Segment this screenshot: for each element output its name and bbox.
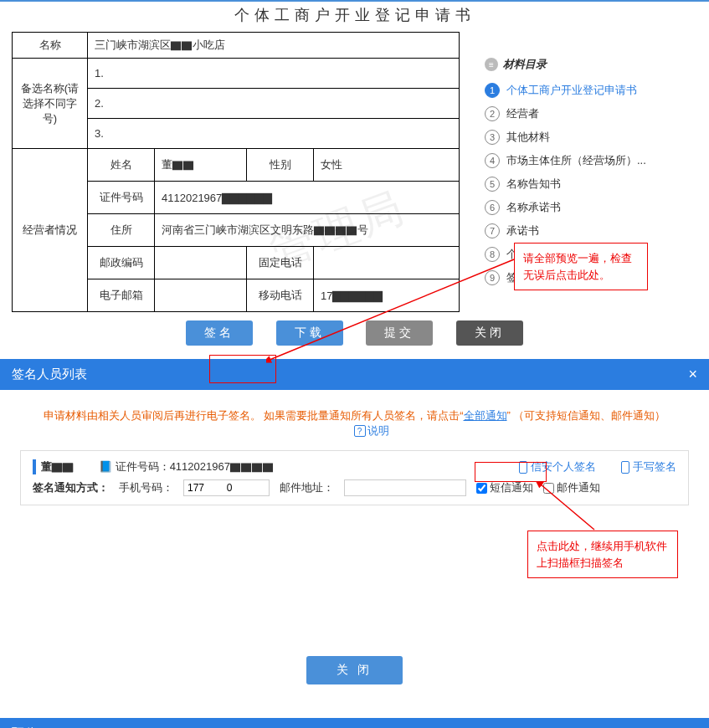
signer-id: 📘 证件号码：4112021967▇▇▇▇ — [99, 459, 274, 474]
toc-title-text: 材料目录 — [503, 57, 547, 72]
toc-item[interactable]: 1个体工商户开业登记申请书 — [485, 79, 652, 102]
toc-num-badge: 5 — [485, 177, 500, 192]
field-name-value: 三门峡市湖滨区▇▇小吃店 — [88, 33, 460, 59]
toc-num-badge: 4 — [485, 153, 500, 168]
val-mobile: 17▇▇▇▇▇▇ — [314, 279, 460, 312]
close-preview-icon[interactable]: × — [688, 725, 697, 728]
toc-num-badge: 9 — [485, 270, 500, 285]
fld-mobile: 移动电话 — [247, 279, 314, 312]
fld-addr: 住所 — [88, 214, 155, 247]
alt-name-2: 2. — [88, 89, 460, 119]
toc-num-badge: 8 — [485, 247, 500, 262]
fld-gender: 性别 — [247, 149, 314, 182]
toc-item[interactable]: 7承诺书 — [485, 219, 652, 243]
sign-list-header: 签名人员列表 × — [0, 359, 709, 390]
toc-item[interactable]: 6名称承诺书 — [485, 196, 652, 219]
toc-num-badge: 7 — [485, 223, 500, 238]
alt-name-1: 1. — [88, 59, 460, 89]
fld-zip: 邮政编码 — [88, 247, 155, 279]
close-panel-button[interactable]: 关 闭 — [306, 656, 403, 684]
fld-email: 电子邮箱 — [88, 279, 155, 312]
toc-item-label: 个体工商户开业登记申请书 — [506, 83, 637, 98]
sign-button[interactable]: 签名 — [186, 320, 253, 346]
phone-icon — [519, 461, 527, 474]
callout-preview-hint: 请全部预览一遍，检查无误后点击此处。 — [514, 243, 648, 290]
phone-label: 手机号码： — [119, 480, 173, 495]
val-addr: 河南省三门峡市湖滨区文明东路▇▇▇▇号 — [155, 214, 460, 247]
page-title: 个体工商户开业登记申请书 — [0, 0, 709, 32]
toc-item-label: 经营者 — [506, 106, 539, 121]
phone-icon — [621, 461, 629, 474]
toc-num-badge: 2 — [485, 106, 500, 121]
toc-item[interactable]: 4市场主体住所（经营场所）... — [485, 149, 652, 172]
help-link[interactable]: ?说明 — [354, 424, 389, 437]
sign-hint-text: 申请材料由相关人员审阅后再进行电子签名。 如果需要批量通知所有人员签名，请点击“… — [20, 408, 689, 438]
mail-notify-checkbox[interactable]: 邮件通知 — [543, 480, 600, 495]
field-altname-label: 备选名称(请选择不同字号) — [13, 59, 88, 149]
field-name-label: 名称 — [13, 33, 88, 59]
sign-list-title: 签名人员列表 — [12, 367, 87, 382]
toc-item[interactable]: 2经营者 — [485, 102, 652, 126]
submit-button[interactable]: 提交 — [366, 320, 433, 346]
preview-header: 预览 × — [0, 718, 709, 728]
fld-id: 证件号码 — [88, 182, 155, 214]
notify-method-label: 签名通知方式： — [33, 480, 109, 495]
signer-name: 董▇▇ — [33, 459, 74, 474]
operator-section-label: 经营者情况 — [13, 149, 88, 312]
toc-item-label: 其他材料 — [506, 130, 550, 145]
callout-scan-hint: 点击此处，继续用手机软件上扫描框扫描签名 — [527, 531, 678, 578]
toc-item[interactable]: 5名称告知书 — [485, 172, 652, 196]
fld-name: 姓名 — [88, 149, 155, 182]
email-input[interactable] — [344, 479, 466, 496]
toc-num-badge: 1 — [485, 83, 500, 98]
xinan-sign-link[interactable]: 信安个人签名 — [519, 459, 596, 474]
toc-item-label: 名称承诺书 — [506, 200, 561, 215]
toc-item-label: 市场主体住所（经营场所）... — [506, 153, 646, 168]
close-sign-panel-icon[interactable]: × — [688, 366, 697, 383]
signer-card: 董▇▇ 📘 证件号码：4112021967▇▇▇▇ 信安个人签名 手写签名 签名… — [20, 450, 689, 505]
help-icon: ? — [354, 425, 366, 437]
notify-all-link[interactable]: 全部通知 — [464, 409, 507, 422]
val-gender: 女性 — [314, 149, 460, 182]
val-name: 董▇▇ — [155, 149, 247, 182]
fld-tel: 固定电话 — [247, 247, 314, 279]
toc-item-label: 承诺书 — [506, 223, 539, 238]
handwrite-sign-link[interactable]: 手写签名 — [621, 459, 676, 474]
close-button[interactable]: 关闭 — [456, 320, 523, 346]
action-button-row: 签名 下载 提交 关闭 — [0, 312, 709, 359]
val-id: 4112021967▇▇▇▇▇▇ — [155, 182, 460, 214]
toc-num-badge: 6 — [485, 200, 500, 215]
phone-input[interactable] — [183, 479, 270, 496]
sms-notify-checkbox[interactable]: 短信通知 — [476, 480, 533, 495]
email-label: 邮件地址： — [280, 480, 334, 495]
toc-num-badge: 3 — [485, 130, 500, 145]
download-button[interactable]: 下载 — [276, 320, 343, 346]
application-form-table: 名称 三门峡市湖滨区▇▇小吃店 备选名称(请选择不同字号) 1. 2. 3. 经… — [12, 32, 460, 312]
list-icon: ≡ — [485, 58, 498, 71]
alt-name-3: 3. — [88, 119, 460, 149]
toc-item[interactable]: 3其他材料 — [485, 126, 652, 149]
toc-item-label: 名称告知书 — [506, 177, 561, 192]
